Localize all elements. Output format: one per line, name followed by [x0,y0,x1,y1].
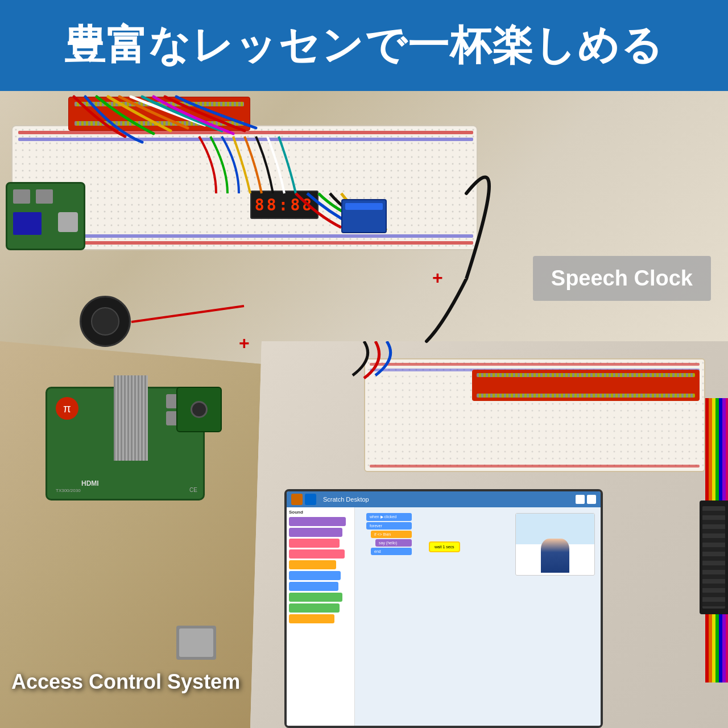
speech-clock-label: Speech Clock [533,256,711,301]
scratch-sidebar: Sound [287,507,355,726]
plus-symbol-2: + [432,267,443,288]
screen-taskbar: Scratch Desktop [287,491,601,507]
seven-seg-time: 88:88 [251,192,317,218]
scratch-title: Scratch Desktop [323,496,369,503]
scratch-stage [515,513,595,576]
speaker [80,296,131,347]
taskbar-icon-1 [291,494,303,505]
screen-monitor: Scratch Desktop Sound [284,489,603,728]
sensor-module [176,626,216,660]
main-container: 豊富なレッセンで一杯楽しめる [0,0,728,728]
taskbar-wifi [576,495,585,504]
bottom-left-image: π HDMI CE TX300/2030 Acc [0,341,262,728]
plus-symbol-1: + [239,333,250,354]
header-banner: 豊富なレッセンで一杯楽しめる [0,0,728,91]
raspberry-pi-hat [68,97,250,131]
scratch-content: Sound [287,507,601,726]
ribbon-cable-bottom [114,375,148,461]
images-area: 88:88 + + Speec [0,80,728,728]
scratch-main-area: when ▶ clicked forever if <> then say (h… [355,507,601,726]
right-connector [700,500,728,614]
bottom-right-image: Scratch Desktop Sound [250,341,728,728]
screen-inner: Scratch Desktop Sound [287,491,601,726]
right-red-board [472,370,700,401]
access-control-label: Access Control System [11,670,240,694]
header-title: 豊富なレッセンで一杯楽しめる [64,18,664,73]
raspberry-pi-left [6,182,85,250]
taskbar-icon-2 [305,494,316,505]
camera-module [176,387,222,432]
blue-module [341,199,387,233]
taskbar-battery [587,495,596,504]
seven-segment-display: 88:88 [250,191,318,219]
